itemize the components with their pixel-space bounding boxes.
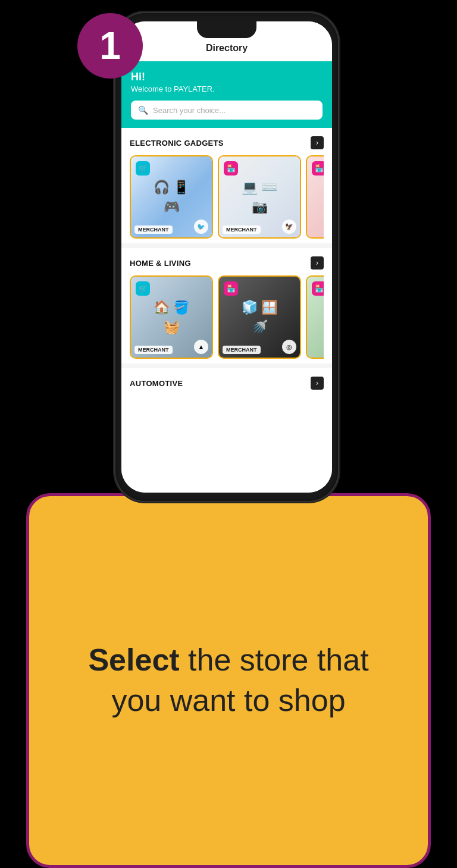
merchant-card-gadgets-1[interactable]: 🛒 MERCHANT 🐦 [130, 155, 213, 239]
merchant-label-home-1: MERCHANT [134, 346, 173, 354]
merchant-card-home-1[interactable]: 🛒 MERCHANT ▲ [130, 275, 213, 359]
merchant-logo-home-1: ▲ [194, 340, 208, 354]
category-header-gadgets: ELECTRONIC GADGETS › [130, 136, 324, 149]
merchants-row-home: 🛒 MERCHANT ▲ 🏪 MERCHANT [130, 275, 324, 359]
category-title-automotive: AUTOMOTIVE [130, 379, 183, 388]
category-electronic-gadgets: ELECTRONIC GADGETS › 🛒 MERCHANT 🐦 [121, 128, 332, 243]
merchant-card-inner-home-1: 🛒 MERCHANT ▲ [131, 277, 212, 358]
badge-cart-home-1: 🛒 [136, 281, 150, 296]
category-arrow-gadgets[interactable]: › [311, 136, 324, 149]
merchant-label-gadgets-1: MERCHANT [134, 225, 173, 234]
step-number: 1 [99, 27, 121, 65]
screen-content: ELECTRONIC GADGETS › 🛒 MERCHANT 🐦 [121, 128, 332, 493]
search-placeholder-text: Search your choice... [153, 106, 226, 115]
merchant-card-home-partial[interactable]: 🏪 [306, 275, 324, 359]
badge-store-gadgets-3: 🏪 [312, 161, 324, 176]
badge-store-home-3: 🏪 [312, 281, 324, 296]
step-circle: 1 [77, 13, 143, 79]
category-header-home: HOME & LIVING › [130, 256, 324, 270]
badge-store-gadgets-2: 🏪 [224, 161, 238, 176]
merchant-logo-gadgets-1: 🐦 [194, 220, 208, 234]
search-bar[interactable]: 🔍 Search your choice... [131, 101, 323, 120]
merchant-card-home-2[interactable]: 🏪 MERCHANT ◎ [218, 275, 301, 359]
yellow-card-bold: Select [88, 643, 179, 677]
phone-frame: Directory Hi! Welcome to PAYLATER. 🔍 Sea… [115, 13, 338, 501]
category-title-gadgets: ELECTRONIC GADGETS [130, 139, 224, 148]
badge-store-home-2: 🏪 [224, 281, 238, 296]
merchant-card-inner-home-2: 🏪 MERCHANT ◎ [219, 277, 300, 358]
badge-cart-gadgets-1: 🛒 [136, 161, 150, 176]
merchant-card-gadgets-2[interactable]: 🏪 MERCHANT 🦅 [218, 155, 301, 239]
page-wrapper: 1 Directory Hi! Welcome to PAYLATER. 🔍 S… [0, 0, 457, 868]
merchant-card-gadgets-partial[interactable]: 🏪 [306, 155, 324, 239]
merchant-card-inner: 🛒 MERCHANT 🐦 [131, 156, 212, 237]
merchant-label-gadgets-2: MERCHANT [223, 225, 261, 234]
category-home-living: HOME & LIVING › 🛒 MERCHANT ▲ [121, 248, 332, 364]
screen-title: Directory [206, 43, 248, 53]
divider-2 [121, 364, 332, 368]
yellow-card-message: Select the store that you want to shop [65, 640, 392, 720]
category-title-home: HOME & LIVING [130, 259, 191, 268]
search-icon: 🔍 [138, 105, 148, 115]
phone-wrapper: Directory Hi! Welcome to PAYLATER. 🔍 Sea… [115, 13, 338, 501]
merchant-logo-home-2: ◎ [282, 340, 296, 354]
category-header-automotive: AUTOMOTIVE › [130, 377, 324, 390]
category-arrow-home[interactable]: › [311, 256, 324, 270]
phone-screen: Directory Hi! Welcome to PAYLATER. 🔍 Sea… [121, 21, 332, 493]
category-arrow-automotive[interactable]: › [311, 377, 324, 390]
yellow-card-text: Select the store that you want to shop [29, 640, 428, 720]
merchant-card-inner: 🏪 MERCHANT 🦅 [219, 156, 300, 237]
merchant-label-home-2: MERCHANT [223, 346, 261, 354]
yellow-card: Select the store that you want to shop [26, 493, 431, 868]
divider-1 [121, 243, 332, 248]
phone-notch [197, 21, 256, 38]
merchants-row-gadgets: 🛒 MERCHANT 🐦 🏪 MERCHANT [130, 155, 324, 239]
merchant-logo-gadgets-2: 🦅 [282, 220, 296, 234]
welcome-subtitle: Welcome to PAYLATER. [131, 84, 323, 93]
category-automotive: AUTOMOTIVE › [121, 368, 332, 390]
welcome-greeting: Hi! [131, 71, 323, 83]
welcome-banner: Hi! Welcome to PAYLATER. 🔍 Search your c… [121, 61, 332, 128]
